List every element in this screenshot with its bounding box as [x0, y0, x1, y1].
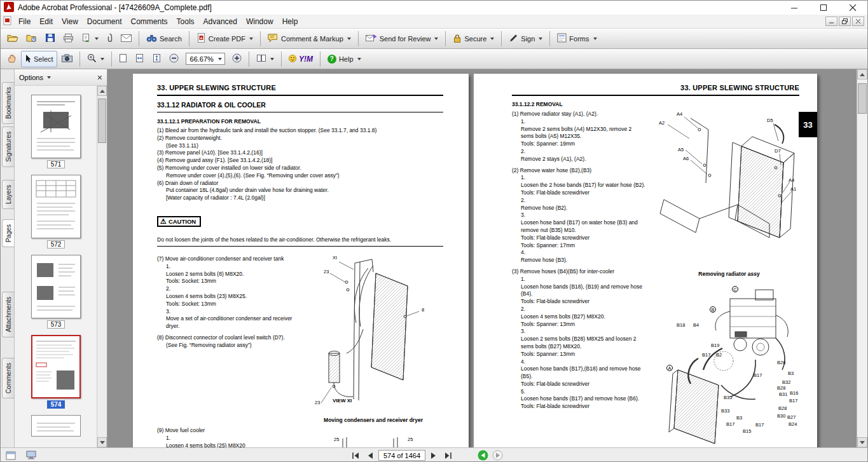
maximize-button[interactable] [809, 1, 838, 15]
scroll-down-button[interactable] [97, 437, 107, 447]
minus-circle-icon [169, 53, 179, 64]
close-button[interactable] [838, 1, 867, 15]
forms-button[interactable]: Forms [554, 31, 600, 47]
close-icon[interactable]: × [97, 74, 102, 81]
scrollbar-thumb[interactable] [858, 83, 867, 114]
next-page-button[interactable] [427, 450, 440, 461]
panel-scrollbar[interactable] [97, 86, 107, 447]
tab-signatures[interactable]: Signatures [2, 126, 14, 167]
send-for-review-button[interactable]: Send for Review [362, 31, 442, 47]
page-thumbnail[interactable]: 573 [31, 255, 81, 329]
statusbar: 574 of 1464 [1, 447, 867, 462]
text-line: Loosen 2 sems bolts (8) M8X20. [157, 271, 293, 278]
organizer-button[interactable] [23, 31, 41, 47]
fit-width-button[interactable] [132, 51, 148, 67]
diagram-label: A4 [677, 112, 682, 117]
select-tool-button[interactable]: Select [21, 51, 57, 67]
help-button[interactable]: ?Help [324, 51, 364, 67]
email-button[interactable] [118, 31, 135, 47]
save-button[interactable] [42, 31, 59, 47]
tab-layers[interactable]: Layers [2, 180, 14, 209]
menu-tools[interactable]: Tools [172, 16, 199, 27]
tab-pages[interactable]: Pages [2, 219, 14, 247]
actual-size-icon [119, 53, 127, 64]
form-icon [557, 33, 567, 44]
dropdown-caret-icon [593, 37, 597, 40]
menu-edit[interactable]: Edit [35, 16, 57, 27]
document-scrollbar[interactable] [857, 69, 867, 447]
first-page-button[interactable] [349, 450, 362, 461]
page-thumbnail-selected[interactable]: 574 [31, 335, 81, 409]
ym-button[interactable]: Y!M [286, 51, 316, 67]
doc-close-button[interactable] [852, 17, 864, 26]
last-page-button[interactable] [442, 450, 455, 461]
doc-restore-button[interactable] [839, 17, 851, 26]
minimize-button[interactable] [780, 1, 809, 15]
thumbnail-image[interactable] [31, 175, 81, 238]
open-button[interactable] [4, 31, 22, 47]
thumbnail-image[interactable] [31, 255, 81, 318]
combine-files-button[interactable] [78, 31, 102, 47]
tab-comments[interactable]: Comments [2, 358, 14, 398]
comment-markup-button[interactable]: Comment & Markup [265, 31, 354, 47]
menu-help[interactable]: Help [278, 16, 303, 27]
menu-document[interactable]: Document [83, 16, 127, 27]
diagram-label: B15 [743, 429, 751, 434]
print-button[interactable] [60, 31, 77, 47]
actual-size-button[interactable] [116, 51, 130, 67]
menu-advanced[interactable]: Advanced [199, 16, 242, 27]
zoom-in-button[interactable] [229, 51, 245, 67]
next-view-button[interactable] [491, 450, 504, 461]
scroll-up-button[interactable] [97, 86, 107, 96]
window-title: Adobe Acrobat Professional - [47426609A_… [18, 3, 212, 12]
text-line: 1. [157, 435, 293, 442]
previous-page-button[interactable] [364, 450, 376, 461]
save-icon [45, 33, 55, 44]
options-menu-button[interactable]: Options [19, 74, 51, 81]
text-line: 4. [512, 249, 645, 257]
toolbar-separator [501, 31, 502, 46]
text-line: 1. [512, 118, 645, 126]
tab-attachments[interactable]: Attachments [2, 292, 14, 337]
hand-tool-button[interactable] [4, 51, 20, 67]
text-line: 1. [512, 174, 645, 182]
screen-icon[interactable] [26, 451, 36, 460]
document-window-icon[interactable] [6, 451, 16, 460]
menu-file[interactable]: File [14, 16, 35, 27]
previous-view-button[interactable] [476, 450, 489, 461]
smiley-icon [289, 55, 296, 64]
zoom-level-select[interactable]: 66.67% [186, 53, 225, 65]
page-thumbnail[interactable]: 571 [31, 95, 81, 168]
attach-button[interactable] [103, 31, 116, 47]
secure-button[interactable]: Secure [450, 31, 497, 47]
diagram-label: 25 [408, 437, 413, 442]
doc-minimize-button[interactable] [825, 17, 837, 26]
fit-page-icon [152, 53, 162, 64]
window-controls [780, 1, 867, 15]
menu-window[interactable]: Window [242, 16, 278, 27]
thumbnail-image[interactable] [31, 335, 81, 398]
toolbar-separator [445, 31, 446, 46]
zoom-out-button[interactable] [166, 51, 182, 67]
zoom-tool-button[interactable] [84, 51, 107, 67]
fit-page-button[interactable] [149, 51, 165, 67]
scrollbar-thumb[interactable] [98, 99, 106, 143]
text-line: 1. [512, 276, 645, 283]
page-thumbnail-partial[interactable] [31, 415, 81, 437]
create-pdf-button[interactable]: Create PDF [193, 31, 256, 47]
menu-view[interactable]: View [57, 16, 83, 27]
page-display-button[interactable] [253, 51, 277, 67]
snapshot-tool-button[interactable] [59, 51, 76, 67]
sign-button[interactable]: Sign [506, 31, 546, 47]
diagram-label: B18 [677, 323, 685, 328]
page-thumbnail[interactable]: 572 [31, 175, 81, 248]
text-line: Move a set of air-conditioner condenser … [157, 315, 293, 330]
menu-comments[interactable]: Comments [127, 16, 172, 27]
scroll-down-button[interactable] [857, 437, 867, 447]
thumbnail-image[interactable] [31, 95, 81, 158]
text-line: 1. [157, 263, 293, 271]
tab-bookmarks[interactable]: Bookmarks [2, 82, 14, 124]
scroll-up-button[interactable] [857, 69, 867, 79]
page-number-field[interactable]: 574 of 1464 [378, 450, 425, 461]
search-button[interactable]: Search [143, 31, 185, 47]
